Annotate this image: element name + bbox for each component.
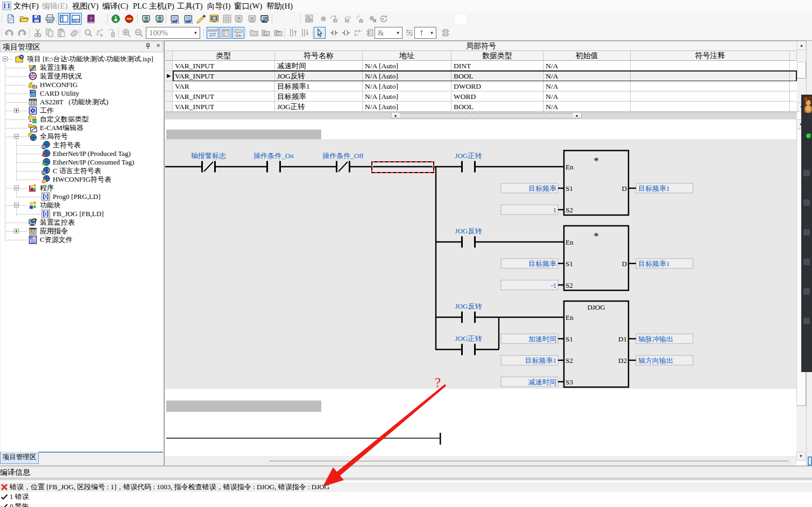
table-cell[interactable]: N/A <box>543 81 631 91</box>
app-icon[interactable] <box>2 2 11 10</box>
compile-message-row[interactable]: 0 警告 <box>0 502 812 507</box>
contact-bar[interactable] <box>349 161 350 173</box>
splitter-collapse-left-icon[interactable]: ▲ <box>392 113 399 118</box>
close-panel-icon[interactable]: × <box>154 42 162 49</box>
symbol-table-toggle-button[interactable] <box>220 27 231 39</box>
copy-button[interactable] <box>44 27 55 39</box>
compile-message-row[interactable]: 错误，位置 [FB_JOG, 区段编号 : 1]，错误代码 : 1003, 指令… <box>0 482 812 492</box>
table-cell[interactable]: VAR_INPUT <box>173 61 275 71</box>
zoom-combo[interactable]: 100%▼ <box>146 27 200 39</box>
table-cell[interactable]: N/A [Auto] <box>363 81 451 91</box>
tree-item[interactable]: 主符号表 <box>1 141 162 149</box>
tree-item[interactable]: 工作 <box>1 106 162 115</box>
contact-bar[interactable] <box>474 237 476 248</box>
network-tool-button[interactable] <box>352 27 364 39</box>
menu-PLCP[interactable]: PLC 主机(P) <box>133 0 174 12</box>
contact-bar[interactable] <box>266 161 268 173</box>
tree-item[interactable]: 装置监控表 <box>1 218 162 227</box>
table-cell[interactable]: VAR <box>173 81 275 91</box>
eraser-button[interactable] <box>68 27 80 39</box>
contact-bar[interactable] <box>214 161 216 173</box>
tree-item[interactable]: C资源文件 <box>1 235 162 244</box>
collapse-icon[interactable] <box>3 56 8 61</box>
table-ladder-splitter[interactable]: ▲▲ <box>165 112 797 119</box>
replace-button[interactable]: AB <box>94 27 106 39</box>
menu-H[interactable]: 帮助(H) <box>266 0 293 12</box>
tree-item[interactable]: HWCONFIG符号表 <box>1 175 162 184</box>
table-scrollbar-thumb[interactable] <box>797 62 806 78</box>
table-cell[interactable]: WORD <box>451 91 543 102</box>
contact-bar[interactable] <box>474 312 476 323</box>
table-scroll-up-icon[interactable]: ▲ <box>797 41 806 50</box>
tree-item[interactable]: CC 语言主符号表 <box>1 167 162 175</box>
web-monitor-button[interactable] <box>259 13 271 25</box>
tree-item[interactable]: 全局符号 <box>1 132 162 141</box>
combo-dropdown-icon[interactable]: ▼ <box>428 31 436 35</box>
collapse-icon[interactable] <box>14 185 19 190</box>
network2-header[interactable] <box>166 401 321 412</box>
table-cell[interactable]: 目标频率1 <box>275 81 363 91</box>
tree-item[interactable]: 装置注释表 <box>1 63 162 72</box>
tree-item[interactable]: HWCONFIG <box>1 81 162 89</box>
menu-V[interactable]: 视图(V) <box>72 0 98 12</box>
table-cell[interactable]: DWORD <box>451 81 543 91</box>
tree-item[interactable]: 程序 <box>1 184 162 192</box>
menu-W[interactable]: 窗口(W) <box>234 0 262 12</box>
table-cell[interactable]: DINT <box>451 61 543 71</box>
block-tool-button[interactable] <box>440 27 451 39</box>
contact-bar[interactable] <box>461 344 463 355</box>
collapse-icon[interactable] <box>14 134 19 139</box>
tree-item[interactable]: FB_JOG [FB,LD] <box>1 210 162 218</box>
download-pc-button[interactable] <box>154 13 166 25</box>
view-bottom-panel-button[interactable] <box>70 13 82 25</box>
table-cell[interactable]: N/A <box>543 91 631 102</box>
tree-item[interactable]: 应用指令 <box>1 227 162 235</box>
operand-box[interactable] <box>501 205 558 215</box>
dock-app-icon[interactable] <box>803 229 810 235</box>
collapse-icon[interactable] <box>14 203 19 208</box>
monitor-gray-button[interactable] <box>233 13 245 25</box>
table-cell[interactable]: JOG正转 <box>275 102 363 112</box>
table-cell[interactable]: VAR_INPUT <box>173 102 275 112</box>
table-cell[interactable] <box>631 81 790 91</box>
table-cell[interactable]: N/A [Auto] <box>363 61 451 71</box>
tree-item[interactable]: 功能块 <box>1 201 162 210</box>
help-book-button[interactable]: ? <box>85 13 97 25</box>
table-cell[interactable]: VAR_INPUT <box>173 71 275 81</box>
contact-bar[interactable] <box>461 237 463 248</box>
online-mode-button[interactable] <box>208 13 220 25</box>
expand-icon[interactable] <box>14 108 19 113</box>
print-button[interactable] <box>44 13 56 25</box>
network1-header[interactable] <box>166 130 321 139</box>
new-file-button[interactable] <box>5 13 17 25</box>
combo-dropdown-icon[interactable]: ▼ <box>192 31 200 35</box>
folder-out-button[interactable] <box>272 27 284 39</box>
sim-step-in-button[interactable] <box>328 13 340 25</box>
logic-combo[interactable]: &▼ <box>375 27 403 39</box>
upload-pc-button[interactable] <box>140 13 152 25</box>
grid-gray-button[interactable] <box>221 13 233 25</box>
contact-bar[interactable] <box>201 161 203 173</box>
ladder-scroll-down-icon[interactable]: ▼ <box>796 452 806 461</box>
contact-bar[interactable] <box>461 161 463 173</box>
paste-button[interactable] <box>55 27 67 39</box>
tree-item[interactable]: E-CAM编辑器 <box>1 124 162 132</box>
contact-bar[interactable] <box>474 161 476 173</box>
splitter-collapse-right-icon[interactable]: ▲ <box>573 113 581 118</box>
tree-item[interactable]: 装置使用状况 <box>1 72 162 81</box>
tree-item[interactable]: AS228T (功能块测试) <box>1 98 162 106</box>
table-cell[interactable]: N/A [Auto] <box>363 102 451 112</box>
table-cell[interactable] <box>631 102 790 112</box>
table-cell[interactable]: 减速时间 <box>275 61 363 71</box>
table-cell[interactable] <box>631 61 790 71</box>
compile-message-row[interactable]: 1 错误 <box>0 492 812 502</box>
table-cell[interactable]: BOOL <box>451 71 543 81</box>
edit-pen-button[interactable] <box>195 13 207 25</box>
ladder-insert-up-button[interactable] <box>287 27 299 39</box>
comment-toggle-button[interactable] <box>232 27 244 39</box>
zoom-in-button[interactable] <box>121 27 132 39</box>
coil-tool-button[interactable] <box>340 27 352 39</box>
dock-app-icon[interactable] <box>803 199 810 206</box>
table-cell[interactable]: N/A <box>543 61 631 71</box>
table-cell[interactable]: N/A [Auto] <box>363 71 451 81</box>
